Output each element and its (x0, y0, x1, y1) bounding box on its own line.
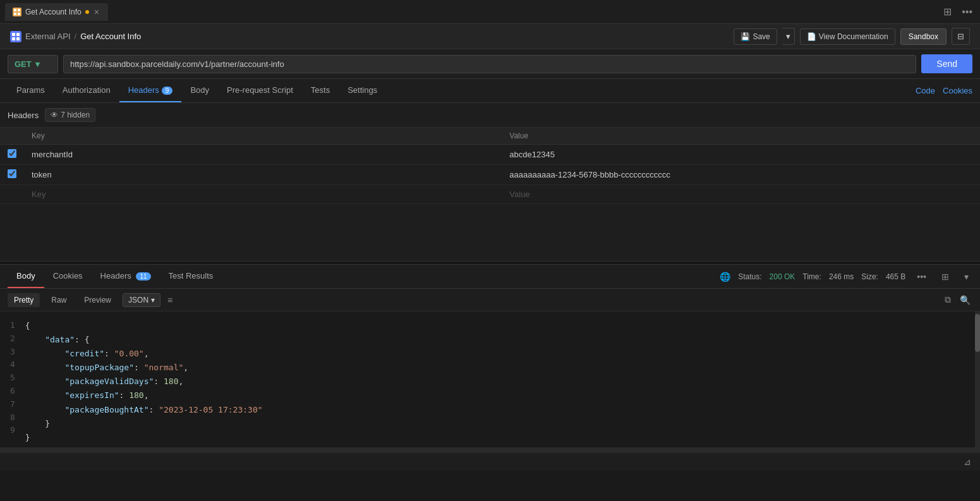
breadcrumb-bar: External API / Get Account Info 💾 Save ▾… (0, 24, 980, 49)
row-2-checkbox[interactable] (8, 169, 16, 178)
split-pane-button[interactable]: ⊞ (941, 3, 954, 20)
collapse-response-button[interactable]: ▾ (960, 270, 972, 283)
row-1-checkbox[interactable] (8, 149, 16, 158)
tab-pre-request-script[interactable]: Pre-request Script (218, 79, 302, 102)
time-value: 246 ms (829, 272, 854, 281)
eye-icon: 👁 (51, 111, 58, 119)
time-label: Time: (802, 272, 821, 281)
response-panel: Body Cookies Headers 11 Test Results 🌐 S… (0, 265, 980, 471)
expand-panel-button[interactable]: ⊿ (960, 456, 975, 468)
request-empty-space (0, 204, 980, 261)
save-label: Save (753, 32, 770, 41)
expand-response-button[interactable]: ⊞ (938, 270, 953, 283)
format-bar: Pretty Raw Preview JSON ▾ ≡ ⧉ 🔍 (0, 289, 980, 311)
tab-tests[interactable]: Tests (302, 79, 339, 102)
svg-rect-0 (14, 9, 16, 11)
window-tab[interactable]: Get Account Info × (5, 3, 108, 21)
send-button[interactable]: Send (921, 54, 972, 73)
view-docs-button[interactable]: 📄 View Documentation (800, 28, 895, 45)
response-tab-body[interactable]: Body (8, 265, 44, 288)
json-line-8: } (25, 417, 263, 431)
col-header-key: Key (24, 128, 502, 145)
row-2-key[interactable]: token (32, 170, 52, 179)
size-label: Size: (861, 272, 878, 281)
tab-bar: Get Account Info × ⊞ ••• (0, 0, 980, 24)
json-line-2: "data": { (25, 333, 263, 347)
tab-app-icon (13, 8, 21, 16)
vertical-scrollbar[interactable] (975, 311, 980, 452)
copy-response-button[interactable]: ⧉ (943, 293, 953, 307)
empty-value[interactable]: Value (509, 190, 529, 199)
format-tab-raw[interactable]: Raw (45, 293, 73, 307)
cookies-button[interactable]: Cookies (943, 86, 972, 95)
json-content: { "data": { "credit": "0.00", "topupPack… (25, 319, 263, 445)
status-icon: 🌐 (720, 272, 730, 282)
format-select-label: JSON (128, 296, 148, 305)
empty-key[interactable]: Key (32, 190, 45, 199)
status-label: Status: (738, 272, 761, 281)
headers-badge: 9 (162, 87, 173, 95)
row-1-key[interactable]: merchantId (32, 150, 73, 159)
breadcrumb-parent[interactable]: External API (25, 32, 71, 41)
url-input[interactable] (63, 55, 916, 73)
breadcrumb-current: Get Account Info (80, 32, 141, 41)
tab-headers[interactable]: Headers9 (119, 79, 182, 102)
more-options-button[interactable]: ••• (959, 3, 975, 20)
method-dropdown[interactable]: GET ▾ (8, 55, 58, 73)
search-response-button[interactable]: 🔍 (958, 293, 972, 307)
json-line-3: "credit": "0.00", (25, 347, 263, 361)
layout-button[interactable]: ⊟ (952, 28, 970, 45)
response-status-bar: 🌐 Status: 200 OK Time: 246 ms Size: 465 … (720, 270, 972, 283)
method-label: GET (15, 59, 32, 69)
response-headers-badge: 11 (136, 272, 150, 281)
header-actions: 💾 Save ▾ 📄 View Documentation Sandbox ⊟ (734, 28, 970, 45)
json-line-5: "packageValidDays": 180, (25, 375, 263, 389)
format-tab-pretty[interactable]: Pretty (8, 293, 40, 307)
format-select[interactable]: JSON ▾ (123, 293, 160, 307)
tab-body[interactable]: Body (181, 79, 218, 102)
format-select-chevron: ▾ (151, 296, 155, 305)
wrap-lines-button[interactable]: ≡ (166, 293, 174, 307)
response-tab-test-results[interactable]: Test Results (160, 265, 222, 288)
response-tabs-left: Body Cookies Headers 11 Test Results (8, 265, 222, 288)
size-value: 465 B (886, 272, 905, 281)
json-line-4: "topupPackage": "normal", (25, 361, 263, 375)
col-header-check (0, 128, 24, 145)
hidden-count: 7 hidden (61, 111, 90, 119)
headers-section: Headers 👁 7 hidden (0, 103, 980, 128)
app-icon (10, 31, 21, 42)
tab-close-button[interactable]: × (93, 7, 100, 17)
method-chevron: ▾ (35, 59, 40, 69)
send-label: Send (936, 59, 957, 69)
svg-rect-5 (16, 33, 20, 36)
table-row: token aaaaaaaaaa-1234-5678-bbbb-cccccccc… (0, 165, 980, 185)
breadcrumb: External API / Get Account Info (10, 31, 141, 42)
request-tabs-right: Code Cookies (916, 86, 972, 95)
response-panel-footer: ⊿ (0, 452, 980, 471)
more-options-response-button[interactable]: ••• (913, 270, 930, 283)
tab-params[interactable]: Params (8, 79, 54, 102)
json-line-6: "expiresIn": 180, (25, 389, 263, 402)
docs-icon: 📄 (807, 32, 816, 41)
row-1-value[interactable]: abcde12345 (509, 150, 555, 159)
hidden-headers-badge[interactable]: 👁 7 hidden (45, 108, 95, 122)
svg-rect-6 (12, 37, 15, 40)
status-code: 200 OK (770, 272, 795, 281)
tab-bar-left: Get Account Info × (5, 3, 108, 21)
svg-rect-4 (12, 33, 15, 36)
request-tabs-left: Params Authorization Headers9 Body Pre-r… (8, 79, 386, 102)
save-dropdown-button[interactable]: ▾ (782, 28, 795, 45)
tab-authorization[interactable]: Authorization (54, 79, 119, 102)
code-button[interactable]: Code (916, 86, 935, 95)
response-tab-cookies[interactable]: Cookies (44, 265, 92, 288)
row-2-value[interactable]: aaaaaaaaaa-1234-5678-bbbb-cccccccccccc (509, 170, 670, 179)
tab-settings[interactable]: Settings (339, 79, 386, 102)
sandbox-button[interactable]: Sandbox (900, 28, 947, 45)
horizontal-scrollbar[interactable] (0, 447, 975, 452)
request-tabs-bar: Params Authorization Headers9 Body Pre-r… (0, 79, 980, 103)
save-button[interactable]: 💾 Save (734, 28, 777, 45)
breadcrumb-separator: / (75, 32, 77, 41)
format-tab-preview[interactable]: Preview (78, 293, 118, 307)
json-viewer: 1 2 3 4 5 6 7 8 9 { "data": { "credit": … (0, 311, 980, 452)
response-tab-headers[interactable]: Headers 11 (92, 265, 160, 288)
